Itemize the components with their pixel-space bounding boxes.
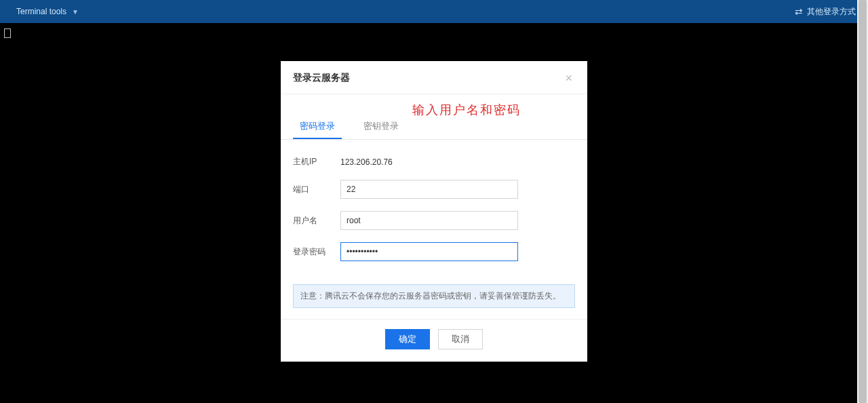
top-bar: Terminal tools ▼ ⇄ 其他登录方式 (0, 0, 868, 23)
switch-icon: ⇄ (795, 7, 803, 16)
scrollbar-track[interactable] (857, 0, 868, 403)
login-modal: 登录云服务器 × 密码登录 密钥登录 主机IP 123.206.20.76 端口… (281, 61, 587, 362)
login-form: 主机IP 123.206.20.76 端口 用户名 登录密码 (281, 140, 587, 277)
modal-footer: 确定 取消 (281, 319, 587, 362)
password-input[interactable] (340, 242, 518, 261)
terminal-tools-menu[interactable]: Terminal tools ▼ (0, 0, 126, 23)
tab-password-login[interactable]: 密码登录 (293, 113, 342, 139)
terminal-cursor (4, 28, 11, 38)
row-port: 端口 (293, 180, 575, 199)
tab-key-login[interactable]: 密钥登录 (357, 113, 406, 139)
username-input[interactable] (340, 211, 518, 230)
host-ip-label: 主机IP (293, 156, 340, 168)
ok-button[interactable]: 确定 (385, 329, 430, 349)
cancel-button[interactable]: 取消 (438, 329, 483, 349)
row-username: 用户名 (293, 211, 575, 230)
login-tabs: 密码登录 密钥登录 (281, 113, 587, 140)
username-label: 用户名 (293, 215, 340, 227)
modal-header: 登录云服务器 × (281, 61, 587, 94)
scrollbar-thumb[interactable] (859, 0, 867, 403)
host-ip-value: 123.206.20.76 (340, 157, 393, 167)
password-label: 登录密码 (293, 246, 340, 258)
port-input[interactable] (340, 180, 518, 199)
modal-title: 登录云服务器 (293, 72, 350, 84)
terminal-tools-label: Terminal tools (16, 7, 66, 16)
caret-down-icon: ▼ (72, 8, 79, 16)
row-password: 登录密码 (293, 242, 575, 261)
other-login-label: 其他登录方式 (807, 6, 856, 18)
row-host-ip: 主机IP 123.206.20.76 (293, 156, 575, 168)
notice-box: 注意：腾讯云不会保存您的云服务器密码或密钥，请妥善保管谨防丢失。 (293, 284, 575, 308)
port-label: 端口 (293, 184, 340, 195)
close-icon[interactable]: × (562, 71, 575, 85)
